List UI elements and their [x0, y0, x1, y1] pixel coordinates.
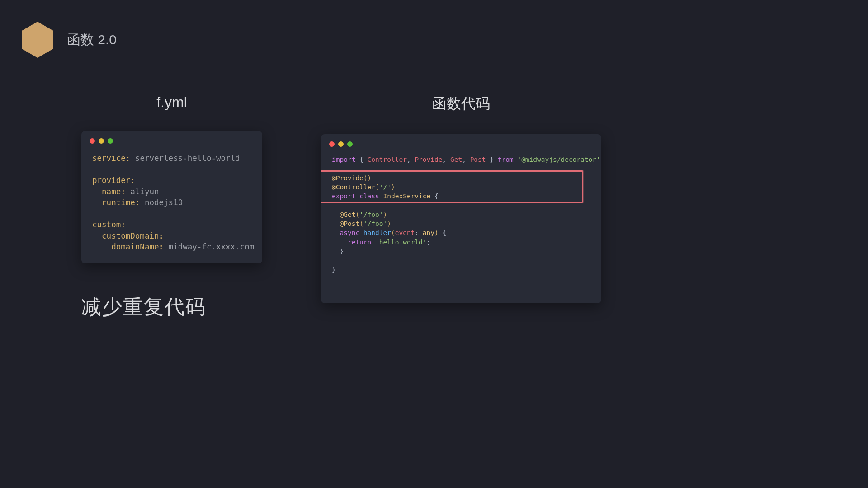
bottom-caption: 减少重复代码 [81, 294, 206, 320]
window-titlebar [321, 134, 601, 147]
yaml-code-content: service: serverless-hello-world provider… [81, 144, 262, 263]
content-row: f.yml service: serverless-hello-world pr… [0, 58, 659, 303]
ts-code-window: import { Controller, Provide, Get, Post … [321, 134, 601, 303]
maximize-icon [108, 138, 113, 144]
hexagon-icon [22, 22, 53, 58]
close-icon [329, 141, 335, 147]
maximize-icon [347, 141, 353, 147]
ts-code-content: import { Controller, Provide, Get, Post … [321, 147, 601, 303]
column-left: f.yml service: serverless-hello-world pr… [81, 94, 262, 303]
svg-marker-0 [22, 22, 53, 58]
minimize-icon [99, 138, 104, 144]
right-column-title: 函数代码 [321, 94, 601, 114]
header: 函数 2.0 [0, 0, 659, 58]
yaml-code-window: service: serverless-hello-world provider… [81, 131, 262, 263]
column-right: 函数代码 import { Controller, Provide, Get, … [321, 94, 601, 303]
close-icon [90, 138, 95, 144]
window-titlebar [81, 131, 262, 144]
minimize-icon [338, 141, 344, 147]
page-title: 函数 2.0 [67, 31, 117, 49]
left-column-title: f.yml [81, 94, 262, 111]
